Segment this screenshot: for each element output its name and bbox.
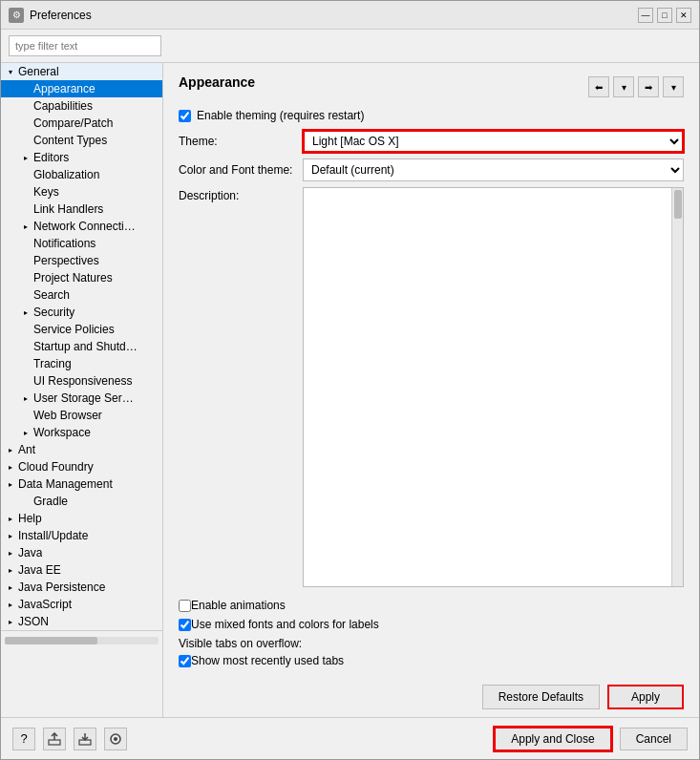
sidebar-item-user-storage[interactable]: ▸ User Storage Servic... — [1, 390, 162, 407]
chevron-down-icon: ▾ — [5, 66, 16, 77]
cancel-button[interactable]: Cancel — [620, 728, 688, 750]
sidebar-item-label: User Storage Servic... — [33, 391, 138, 405]
sidebar-item-install-update[interactable]: ▸ Install/Update — [1, 527, 162, 544]
sidebar-item-label: Capabilities — [33, 99, 93, 113]
description-scrollbar[interactable] — [671, 188, 683, 586]
spacer-icon — [20, 410, 32, 421]
color-font-theme-row: Color and Font theme: Default (current) … — [179, 158, 684, 181]
nav-dropdown-button[interactable]: ▾ — [613, 76, 634, 97]
chevron-right-icon: ▸ — [5, 547, 16, 559]
sidebar-item-notifications[interactable]: Notifications — [1, 235, 162, 252]
spacer-icon — [20, 203, 32, 215]
sidebar-item-startup-shutdown[interactable]: Startup and Shutdo... — [1, 338, 162, 355]
sidebar-item-label: Workspace — [33, 426, 91, 439]
sidebar-item-json[interactable]: ▸ JSON — [1, 613, 162, 630]
sidebar-item-cloud-foundry[interactable]: ▸ Cloud Foundry — [1, 458, 162, 475]
sidebar-item-workspace[interactable]: ▸ Workspace — [1, 424, 162, 441]
sidebar-item-editors[interactable]: ▸ Editors — [1, 149, 162, 166]
enable-theming-checkbox[interactable] — [179, 110, 191, 122]
show-recent-tabs-label[interactable]: Show most recently used tabs — [191, 654, 344, 667]
mixed-fonts-label[interactable]: Use mixed fonts and colors for labels — [191, 618, 379, 631]
sidebar-item-label: UI Responsiveness — [33, 374, 132, 388]
sidebar-item-gradle[interactable]: Gradle — [1, 493, 162, 510]
export-icon-button[interactable] — [43, 728, 66, 750]
sidebar-item-appearance[interactable]: Appearance — [1, 80, 162, 97]
nav-forward-dropdown-button[interactable]: ▾ — [663, 76, 684, 97]
enable-animations-label[interactable]: Enable animations — [191, 599, 286, 612]
footer-left: ? — [12, 728, 127, 750]
sidebar-item-label: Appearance — [33, 82, 95, 95]
sidebar-item-label: Gradle — [33, 495, 68, 508]
filter-input[interactable] — [9, 35, 161, 56]
sidebar-item-network-connections[interactable]: ▸ Network Connectio... — [1, 218, 162, 235]
chevron-right-icon: ▸ — [5, 530, 16, 541]
import-icon-button[interactable] — [74, 728, 96, 750]
chevron-right-icon: ▸ — [5, 599, 16, 610]
sidebar-item-ant[interactable]: ▸ Ant — [1, 441, 162, 458]
sidebar-item-project-natures[interactable]: Project Natures — [1, 269, 162, 286]
enable-animations-checkbox[interactable] — [179, 600, 191, 612]
sidebar-item-label: Network Connectio... — [33, 220, 138, 233]
theme-label: Theme: — [179, 135, 303, 148]
sidebar-item-security[interactable]: ▸ Security — [1, 304, 162, 321]
sidebar-item-javascript[interactable]: ▸ JavaScript — [1, 596, 162, 613]
description-box — [303, 187, 684, 587]
nav-back-button[interactable]: ⬅ — [588, 76, 609, 97]
apply-button[interactable]: Apply — [607, 685, 684, 709]
sidebar-item-label: Install/Update — [18, 529, 88, 542]
sidebar-item-service-policies[interactable]: Service Policies — [1, 321, 162, 338]
sidebar-item-data-management[interactable]: ▸ Data Management — [1, 475, 162, 493]
sidebar-item-web-browser[interactable]: Web Browser — [1, 407, 162, 424]
sidebar-item-general[interactable]: ▾ General — [1, 63, 162, 80]
sidebar-item-perspectives[interactable]: Perspectives — [1, 252, 162, 269]
mixed-fonts-checkbox[interactable] — [179, 619, 191, 631]
close-button[interactable]: ✕ — [676, 8, 691, 23]
spacer-icon — [20, 255, 32, 266]
sidebar-item-label: Editors — [33, 151, 69, 164]
window-title: Preferences — [30, 9, 638, 22]
window-icon: ⚙ — [9, 8, 24, 23]
sidebar-item-link-handlers[interactable]: Link Handlers — [1, 201, 162, 218]
spacer-icon — [20, 100, 32, 112]
sidebar-item-tracing[interactable]: Tracing — [1, 355, 162, 372]
sidebar-hscroll[interactable] — [1, 630, 162, 649]
chevron-right-icon: ▸ — [5, 581, 16, 593]
enable-theming-row: Enable theming (requires restart) — [179, 109, 684, 122]
sidebar-item-java[interactable]: ▸ Java — [1, 544, 162, 561]
maximize-button[interactable]: □ — [657, 8, 672, 23]
show-recent-tabs-checkbox[interactable] — [179, 655, 191, 667]
apply-and-close-button[interactable]: Apply and Close — [494, 727, 611, 751]
restore-defaults-button[interactable]: Restore Defaults — [482, 685, 600, 709]
window-footer: ? — [1, 717, 699, 759]
spacer-icon — [20, 341, 32, 352]
sidebar-item-label: Search — [33, 288, 70, 302]
spacer-icon — [20, 135, 32, 146]
spacer-icon — [20, 83, 32, 95]
sidebar-item-capabilities[interactable]: Capabilities — [1, 97, 162, 115]
sidebar-item-java-persistence[interactable]: ▸ Java Persistence — [1, 579, 162, 596]
import-icon — [78, 732, 92, 746]
nav-forward-button[interactable]: ➡ — [638, 76, 659, 97]
sidebar-item-java-ee[interactable]: ▸ Java EE — [1, 561, 162, 579]
visible-tabs-label: Visible tabs on overflow: — [179, 637, 684, 650]
theme-select[interactable]: Light [Mac OS X] Dark Classic — [303, 130, 684, 153]
sidebar-item-globalization[interactable]: Globalization — [1, 166, 162, 183]
sidebar-item-help[interactable]: ▸ Help — [1, 510, 162, 527]
sidebar-item-content-types[interactable]: Content Types — [1, 132, 162, 149]
circular-icon-button[interactable] — [104, 728, 127, 750]
sidebar-item-ui-responsiveness[interactable]: UI Responsiveness — [1, 372, 162, 390]
sidebar-item-label: Globalization — [33, 168, 99, 181]
sidebar-item-label: Data Management — [18, 477, 113, 491]
mixed-fonts-row: Use mixed fonts and colors for labels — [179, 618, 684, 631]
sidebar-item-search[interactable]: Search — [1, 286, 162, 304]
chevron-right-icon: ▸ — [5, 478, 16, 490]
help-icon-button[interactable]: ? — [12, 728, 35, 750]
description-label: Description: — [179, 187, 303, 587]
sidebar-item-keys[interactable]: Keys — [1, 183, 162, 201]
chevron-right-icon: ▸ — [5, 444, 16, 455]
enable-theming-label[interactable]: Enable theming (requires restart) — [197, 109, 364, 122]
bottom-options: Enable animations Use mixed fonts and co… — [179, 599, 684, 673]
sidebar-item-compare-patch[interactable]: Compare/Patch — [1, 115, 162, 132]
minimize-button[interactable]: — — [638, 8, 653, 23]
color-font-theme-select[interactable]: Default (current) Classic — [303, 158, 684, 181]
